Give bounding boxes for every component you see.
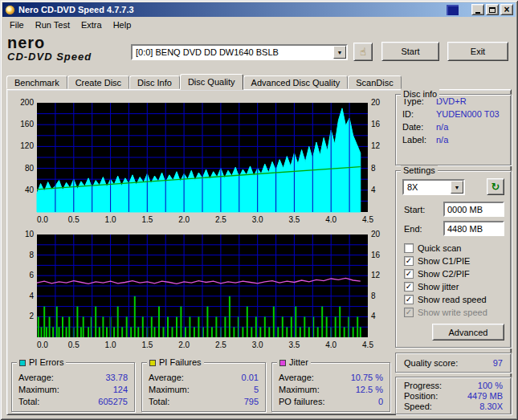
maximize-icon <box>489 7 496 13</box>
checkbox-box[interactable]: ✓ <box>404 295 414 304</box>
checkbox-show-jitter[interactable]: ✓Show jitter <box>404 280 508 293</box>
stat-value: 124 <box>113 384 128 396</box>
disc-label-value: n/a <box>436 133 448 146</box>
checkbox-quick-scan[interactable]: ✓Quick scan <box>404 242 508 255</box>
tab-disc-quality[interactable]: Disc Quality <box>180 74 243 90</box>
check-icon: ✓ <box>406 283 412 291</box>
progress-label: Progress: <box>404 381 442 391</box>
axis-tick-label: 1.0 <box>105 215 116 224</box>
checkbox-show-write-speed[interactable]: ✓Show write speed <box>404 306 508 319</box>
axis-tick-label: 40 <box>25 186 35 194</box>
stat-label: Maximum: <box>18 384 59 396</box>
tab-advanced-disc-quality[interactable]: Advanced Disc Quality <box>243 75 349 89</box>
advanced-button-label: Advanced <box>449 328 488 337</box>
start-button[interactable]: Start <box>381 42 439 61</box>
app-icon <box>5 5 15 15</box>
refresh-button[interactable]: ↻ <box>487 178 504 195</box>
axis-tick-label: 16 <box>371 251 381 259</box>
checkbox-show-c1-pie[interactable]: ✓Show C1/PIE <box>404 255 508 267</box>
chevron-down-icon: ▼ <box>455 185 460 190</box>
axis-tick-label: 2.0 <box>178 215 190 224</box>
axis-tick-label: 3.0 <box>252 340 263 349</box>
pi-failures-title: PI Failures <box>159 357 202 367</box>
minimize-button[interactable] <box>471 4 484 15</box>
speed-value: 8.30X <box>479 402 503 412</box>
start-position-input[interactable] <box>443 202 504 217</box>
menu-run-test[interactable]: Run Test <box>30 18 75 31</box>
chevron-down-icon: ▼ <box>337 50 343 55</box>
checkbox-show-read-speed[interactable]: ✓Show read speed <box>404 293 508 306</box>
pi-errors-legend-swatch <box>19 360 26 366</box>
close-button[interactable]: × <box>500 4 513 15</box>
axis-tick-label: 10 <box>25 230 35 239</box>
axis-tick-label: 1.5 <box>141 340 153 349</box>
speed-selector-value: 8X <box>404 182 451 192</box>
axis-tick-label: 12 <box>371 141 381 150</box>
position-value: 4479 MB <box>467 391 503 402</box>
start-button-label: Start <box>401 47 419 56</box>
checkbox-box[interactable]: ✓ <box>404 269 414 279</box>
checkbox-label: Show write speed <box>418 308 487 317</box>
axis-tick-label: 2 <box>29 312 34 320</box>
advanced-button[interactable]: Advanced <box>432 324 504 340</box>
checkbox-box[interactable]: ✓ <box>404 243 414 253</box>
checkbox-label: Show read speed <box>418 295 487 304</box>
tab-benchmark[interactable]: Benchmark <box>6 75 67 89</box>
speed-selector[interactable]: 8X ▼ <box>402 179 465 195</box>
tab-create-disc[interactable]: Create Disc <box>67 75 129 89</box>
axis-tick-label: 8 <box>371 292 376 300</box>
axis-tick-label: 4 <box>371 312 376 320</box>
speed-selector-dropdown-button[interactable]: ▼ <box>451 181 463 194</box>
checkbox-label: Show C2/PIF <box>418 269 470 279</box>
axis-tick-label: 0.0 <box>37 215 48 224</box>
stat-value: 33.78 <box>105 372 128 384</box>
progress-panel: Progress:100 % Position:4479 MB Speed:8.… <box>395 377 512 414</box>
axis-tick-label: 120 <box>20 141 34 150</box>
axis-tick-label: 0.0 <box>37 340 48 349</box>
pi-errors-panel: PI Errors Average:33.78 Maximum:124 Tota… <box>11 362 135 412</box>
minimize-icon <box>475 12 480 14</box>
disc-id-value: YUDEN000 T03 <box>436 108 500 120</box>
disc-date-value: n/a <box>436 120 448 133</box>
axis-tick-label: 80 <box>25 164 35 173</box>
axis-tick-label: 4 <box>29 292 34 300</box>
logo-wordmark: nero <box>7 35 92 51</box>
checkbox-box[interactable]: ✓ <box>404 256 414 266</box>
axis-tick-label: 4.5 <box>362 340 373 349</box>
close-icon: × <box>504 6 509 14</box>
titlebar-extra-button[interactable] <box>447 5 459 15</box>
drive-selector-dropdown-button[interactable]: ▼ <box>333 46 346 59</box>
drive-selector[interactable]: [0:0] BENQ DVD DD DW1640 BSLB ▼ <box>131 44 348 60</box>
axis-tick-label: 4 <box>371 186 376 194</box>
tab-scandisc[interactable]: ScanDisc <box>348 75 401 89</box>
menu-file[interactable]: File <box>4 18 30 31</box>
hand-tool-button[interactable]: ☝ <box>353 43 373 61</box>
exit-button[interactable]: Exit <box>447 42 508 61</box>
axis-tick-label: 2.5 <box>215 340 226 349</box>
stat-value: 795 <box>244 396 259 408</box>
disc-info-label: Label: <box>402 133 436 146</box>
refresh-icon: ↻ <box>491 181 500 193</box>
check-icon: ✓ <box>406 257 412 265</box>
menu-bar: File Run Test Extra Help <box>2 17 516 32</box>
axis-tick-label: 6 <box>29 271 34 279</box>
end-position-label: End: <box>404 224 422 234</box>
checkbox-box[interactable]: ✓ <box>404 282 414 292</box>
end-position-input[interactable] <box>443 221 504 236</box>
disc-info-panel: Disc info Type:DVD+R ID:YUDEN000 T03 Dat… <box>395 94 512 165</box>
menu-help[interactable]: Help <box>108 18 137 31</box>
checkbox-show-c2-pif[interactable]: ✓Show C2/PIF <box>404 267 508 280</box>
stat-label: Average: <box>149 372 184 384</box>
checkbox-label: Quick scan <box>418 243 461 253</box>
settings-panel: Settings 8X ▼ ↻ Start: End: ✓Quick scan … <box>395 170 512 348</box>
disc-info-label: Date: <box>402 120 436 133</box>
checkbox-box[interactable]: ✓ <box>404 308 414 317</box>
pi-failures-legend-swatch <box>149 360 156 366</box>
axis-tick-label: 1.0 <box>105 340 116 349</box>
stat-value: 12.5 % <box>356 384 383 396</box>
menu-extra[interactable]: Extra <box>75 18 108 31</box>
maximize-button[interactable] <box>486 4 499 15</box>
stat-value: 10.75 % <box>351 372 383 384</box>
tab-disc-info[interactable]: Disc Info <box>129 75 180 89</box>
titlebar: Nero CD-DVD Speed 4.7.7.3 × <box>2 2 516 17</box>
